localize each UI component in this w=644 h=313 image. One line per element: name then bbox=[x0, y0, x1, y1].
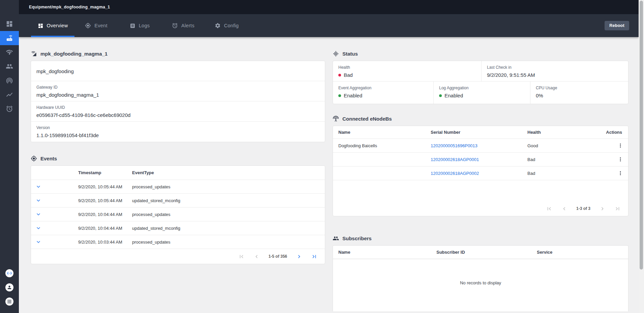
expand-row-button[interactable] bbox=[31, 197, 78, 204]
scrollbar-thumb[interactable] bbox=[640, 1, 643, 270]
reboot-button[interactable]: Reboot bbox=[605, 21, 629, 30]
gateway-section-title: mpk_dogfooding_magma_1 bbox=[31, 50, 325, 57]
tab-event[interactable]: Event bbox=[74, 14, 118, 37]
subscribers-section: Subscribers Name Subscriber ID Service N… bbox=[333, 234, 628, 311]
cpu-usage-cell: CPU Usage 0% bbox=[530, 82, 628, 104]
sidebar-item-subscribers[interactable] bbox=[0, 59, 19, 73]
field-label: Hardware UUID bbox=[36, 105, 319, 110]
last-check-cell: Last Check in 9/2/2020, 9:51:55 AM bbox=[482, 61, 628, 81]
enodeb-serial-link[interactable]: 120200002618AGP0002 bbox=[431, 171, 479, 176]
row-actions-button[interactable] bbox=[605, 143, 628, 149]
status-card: Health Bad Last Check in 9/2/2020, 9:51:… bbox=[333, 61, 628, 104]
more-vert-icon bbox=[617, 143, 623, 149]
tab-label: Logs bbox=[139, 23, 150, 28]
enodeb-name: Dogfooding Baicells bbox=[338, 143, 431, 148]
table-empty-space bbox=[333, 180, 628, 201]
sidebar-item-network-check[interactable] bbox=[0, 45, 19, 59]
expand-row-button[interactable] bbox=[31, 239, 78, 245]
breadcrumb: Equipment/mpk_dogfooding_magma_1 bbox=[29, 5, 110, 9]
enabled-dot bbox=[439, 94, 442, 97]
prev-page-button[interactable] bbox=[253, 253, 260, 260]
last-page-button[interactable] bbox=[311, 253, 317, 260]
chevron-down-icon bbox=[35, 211, 42, 218]
gateway-info-card: mpk_dogfooding Gateway ID mpk_dogfooding… bbox=[31, 61, 325, 142]
subscribers-table-header: Name Subscriber ID Service bbox=[333, 246, 628, 259]
pagination-range: 1-5 of 356 bbox=[269, 254, 287, 259]
events-pagination: 1-5 of 356 bbox=[31, 249, 325, 264]
enodebs-title: Connected eNodeBs bbox=[342, 116, 392, 122]
event-timestamp: 9/2/2020, 10:05:44 AM bbox=[78, 184, 132, 189]
column-header-subscriber-id: Subscriber ID bbox=[436, 250, 537, 255]
sidebar-item-dashboard[interactable] bbox=[0, 17, 19, 31]
alarm-icon bbox=[172, 23, 178, 29]
tab-label: Overview bbox=[47, 23, 68, 28]
status-section-title: Status bbox=[333, 50, 628, 57]
enodebs-table-header: Name Serial Number Health Actions bbox=[333, 126, 628, 139]
sidebar-item-equipment[interactable] bbox=[0, 31, 19, 45]
sidebar-account-button[interactable] bbox=[5, 283, 13, 291]
sidebar-item-metrics[interactable] bbox=[0, 88, 19, 102]
chevron-left-icon bbox=[253, 253, 260, 260]
sidebar bbox=[0, 0, 19, 313]
last-page-button[interactable] bbox=[614, 206, 621, 212]
chevron-down-icon bbox=[35, 183, 42, 190]
tab-alerts[interactable]: Alerts bbox=[161, 14, 205, 37]
field-label: Version bbox=[36, 125, 319, 130]
expand-row-button[interactable] bbox=[31, 211, 78, 218]
main-content: mpk_dogfooding_magma_1 mpk_dogfooding Ga… bbox=[19, 37, 639, 313]
column-header-name: Name bbox=[338, 250, 436, 255]
first-page-icon bbox=[238, 253, 245, 260]
pagination-range: 1-3 of 3 bbox=[576, 206, 590, 211]
health-text: Bad bbox=[344, 72, 353, 78]
event-type: processed_updates bbox=[132, 212, 325, 217]
tab-config[interactable]: Config bbox=[205, 14, 248, 37]
column-header-serial: Serial Number bbox=[431, 130, 527, 135]
dashboard-icon bbox=[6, 20, 13, 28]
field-label: Gateway ID bbox=[36, 85, 319, 90]
column-header-actions: Actions bbox=[605, 130, 628, 135]
sidebar-item-tethering[interactable] bbox=[0, 73, 19, 88]
event-type: processed_updates bbox=[132, 240, 325, 245]
row-actions-button[interactable] bbox=[605, 156, 628, 162]
event-row: 9/2/2020, 10:04:44 AM processed_updates bbox=[31, 208, 325, 221]
enodebs-pagination: 1-3 of 3 bbox=[333, 201, 628, 216]
tab-overview[interactable]: Overview bbox=[31, 14, 74, 37]
prev-page-button[interactable] bbox=[561, 206, 568, 212]
tab-logs[interactable]: Logs bbox=[118, 14, 161, 37]
next-page-button[interactable] bbox=[599, 206, 606, 212]
field-label: CPU Usage bbox=[536, 86, 623, 90]
event-timestamp: 9/2/2020, 10:03:44 AM bbox=[78, 240, 132, 245]
enodeb-serial-link[interactable]: 120200002618AGP0001 bbox=[431, 157, 479, 162]
first-page-button[interactable] bbox=[546, 206, 552, 212]
expand-row-button[interactable] bbox=[31, 225, 78, 231]
events-title: Events bbox=[40, 156, 57, 161]
last-check-value: 9/2/2020, 9:51:55 AM bbox=[487, 72, 623, 78]
first-page-button[interactable] bbox=[238, 253, 245, 260]
subscribers-table-card: Name Subscriber ID Service No records to… bbox=[333, 245, 628, 311]
enodeb-health: Bad bbox=[527, 171, 605, 176]
cell-wifi-icon bbox=[31, 51, 37, 57]
event-type: updated_stored_mconfig bbox=[132, 198, 325, 203]
sidebar-bottom bbox=[0, 269, 19, 313]
sidebar-item-alarms[interactable] bbox=[0, 102, 19, 116]
event-aggregation-text: Enabled bbox=[344, 93, 362, 98]
events-section-title: Events bbox=[31, 155, 325, 162]
scrollbar-track[interactable] bbox=[639, 0, 644, 313]
enodebs-section: Connected eNodeBs Name Serial Number Hea… bbox=[333, 115, 628, 216]
column-header-name: Name bbox=[338, 130, 431, 135]
left-column: mpk_dogfooding_magma_1 mpk_dogfooding Ga… bbox=[31, 50, 325, 313]
enodeb-serial-link[interactable]: 12020000051696P0013 bbox=[431, 143, 478, 148]
health-bad-dot bbox=[338, 74, 341, 76]
event-timestamp: 9/2/2020, 10:04:44 AM bbox=[78, 212, 132, 217]
sidebar-apps-button[interactable] bbox=[5, 298, 13, 306]
row-actions-button[interactable] bbox=[605, 170, 628, 176]
tab-label: Event bbox=[94, 23, 108, 28]
expand-row-button[interactable] bbox=[31, 183, 78, 190]
log-aggregation-cell: Log Aggregation Enabled bbox=[434, 82, 530, 104]
sidebar-api-button[interactable] bbox=[5, 269, 13, 277]
version-value: 1.1.0-1598991054-bf41f3de bbox=[36, 132, 319, 138]
health-cell: Health Bad bbox=[333, 61, 482, 81]
next-page-button[interactable] bbox=[296, 253, 302, 260]
event-aggregation-cell: Event Aggregation Enabled bbox=[333, 82, 434, 104]
chevron-down-icon bbox=[35, 239, 42, 245]
